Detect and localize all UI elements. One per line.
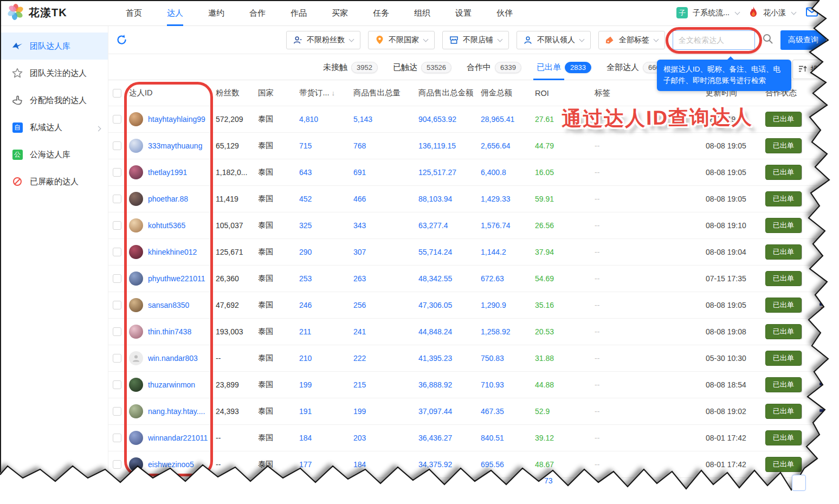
nav-item-partners[interactable]: 伙伴: [496, 0, 513, 26]
select-all-checkbox[interactable]: [113, 89, 121, 98]
sold-qty-cell[interactable]: 466: [352, 195, 417, 203]
sold-qty-cell[interactable]: 222: [352, 354, 417, 363]
sold-qty-cell[interactable]: 256: [352, 301, 417, 309]
influencer-id-link[interactable]: thetlay1991: [148, 168, 187, 177]
sold-amount-cell[interactable]: 125,517.27: [417, 168, 480, 177]
row-checkbox[interactable]: [113, 301, 121, 309]
orders-cell[interactable]: 4,810: [298, 115, 352, 124]
influencer-id-link[interactable]: phoethar.88: [148, 195, 188, 203]
sold-amount-cell[interactable]: 44,848.24: [417, 327, 480, 336]
row-checkbox[interactable]: [113, 221, 121, 230]
commission-cell[interactable]: 1,290.9: [480, 301, 534, 309]
chevron-down-icon[interactable]: [735, 9, 740, 15]
sold-qty-cell[interactable]: 203: [352, 434, 417, 442]
sold-qty-cell[interactable]: 184: [352, 460, 417, 469]
orders-cell[interactable]: 715: [298, 141, 352, 150]
orders-cell[interactable]: 643: [298, 168, 352, 177]
tab-untouched[interactable]: 未接触3952: [323, 54, 378, 80]
orders-cell[interactable]: 290: [298, 248, 352, 256]
sold-qty-cell[interactable]: 199: [352, 407, 417, 416]
sold-qty-cell[interactable]: 215: [352, 380, 417, 389]
commission-cell[interactable]: 467.35: [480, 407, 534, 416]
sold-qty-cell[interactable]: 343: [352, 221, 417, 230]
orders-cell[interactable]: 199: [298, 380, 352, 389]
sold-amount-cell[interactable]: 37,097.44: [417, 407, 480, 416]
sold-amount-cell[interactable]: 47,306.05: [417, 301, 480, 309]
commission-cell[interactable]: 710.93: [480, 380, 534, 389]
nav-item-invite[interactable]: 邀约: [208, 0, 224, 26]
orders-cell[interactable]: 184: [298, 434, 352, 442]
chevron-right-icon[interactable]: [96, 123, 100, 132]
sidebar-item-assigned-to-me[interactable]: 分配给我的达人: [0, 87, 108, 114]
sold-amount-cell[interactable]: 904,653.92: [417, 115, 480, 124]
orders-cell[interactable]: 177: [298, 460, 352, 469]
row-checkbox[interactable]: [113, 434, 121, 442]
nav-item-organization[interactable]: 组织: [414, 0, 430, 26]
row-checkbox[interactable]: [113, 115, 121, 124]
sold-qty-cell[interactable]: 241: [352, 327, 417, 336]
tab-cooperating[interactable]: 合作中6339: [467, 54, 521, 80]
sort-desc-icon[interactable]: ↓: [332, 89, 335, 97]
sold-qty-cell[interactable]: 768: [352, 141, 417, 150]
subsystem-name[interactable]: 子系统流...: [693, 8, 730, 18]
status-badge[interactable]: 已出单: [765, 271, 802, 286]
sold-qty-cell[interactable]: 691: [352, 168, 417, 177]
orders-cell[interactable]: 210: [298, 354, 352, 363]
chevron-down-icon[interactable]: [791, 9, 797, 15]
status-badge[interactable]: 已出单: [765, 112, 802, 127]
row-checkbox[interactable]: [113, 354, 121, 363]
status-badge[interactable]: 已出单: [765, 298, 802, 313]
sidebar-item-team-followed[interactable]: 团队关注的达人: [0, 60, 108, 87]
sold-amount-cell[interactable]: 55,714.24: [417, 248, 480, 256]
nav-item-cooperation[interactable]: 合作: [249, 0, 266, 26]
orders-cell[interactable]: 211: [298, 327, 352, 336]
status-badge[interactable]: 已出单: [765, 218, 802, 233]
nav-item-works[interactable]: 作品: [291, 0, 307, 26]
sidebar-item-blocked[interactable]: 已屏蔽的达人: [0, 168, 108, 195]
influencer-id-link[interactable]: win.nandar803: [148, 354, 198, 363]
row-checkbox[interactable]: [113, 380, 121, 389]
sold-qty-cell[interactable]: 307: [352, 248, 417, 256]
status-badge[interactable]: 已出单: [765, 324, 802, 339]
sidebar-item-team-library[interactable]: 团队达人库: [0, 33, 108, 60]
commission-cell[interactable]: 672.63: [480, 274, 534, 283]
sold-amount-cell[interactable]: 63,277.4: [417, 221, 480, 230]
influencer-id-link[interactable]: khinekhine012: [148, 248, 197, 256]
influencer-id-link[interactable]: nang.htay.htay....: [148, 407, 205, 416]
status-badge[interactable]: 已出单: [765, 351, 802, 366]
commission-cell[interactable]: 1,144.2: [480, 248, 534, 256]
notebook-icon[interactable]: [825, 7, 836, 20]
sold-qty-cell[interactable]: 263: [352, 274, 417, 283]
row-checkbox[interactable]: [113, 274, 121, 283]
orders-cell[interactable]: 325: [298, 221, 352, 230]
sold-amount-cell[interactable]: 36,436.27: [417, 434, 480, 442]
orders-cell[interactable]: 452: [298, 195, 352, 203]
search-icon[interactable]: [763, 34, 773, 46]
row-checkbox[interactable]: [113, 407, 121, 416]
influencer-id-link[interactable]: winnandar221011: [148, 434, 208, 442]
status-badge[interactable]: 已出单: [765, 165, 802, 180]
commission-cell[interactable]: 750.83: [480, 354, 534, 363]
filter-shop-dropdown[interactable]: 不限店铺: [442, 31, 509, 49]
sold-amount-cell[interactable]: 34,375.92: [417, 460, 480, 469]
status-badge[interactable]: 已出单: [765, 404, 802, 419]
influencer-id-link[interactable]: htayhtayhlaing99: [148, 115, 205, 124]
row-checkbox[interactable]: [113, 195, 121, 203]
filter-tags-dropdown[interactable]: 全部标签: [598, 31, 665, 49]
row-checkbox[interactable]: [113, 141, 121, 150]
commission-cell[interactable]: 28,965.41: [480, 115, 534, 124]
search-input[interactable]: [673, 30, 755, 50]
status-badge[interactable]: 已出单: [765, 430, 802, 445]
sold-amount-cell[interactable]: 36,888.92: [417, 380, 480, 389]
nav-item-buyers[interactable]: 买家: [332, 0, 348, 26]
influencer-id-link[interactable]: thuzarwinmon: [148, 380, 195, 389]
sold-qty-cell[interactable]: 5,143: [352, 115, 417, 124]
influencer-id-link[interactable]: 333maythuaung: [148, 141, 202, 150]
user-name[interactable]: 花小漾: [763, 8, 786, 18]
orders-cell[interactable]: 253: [298, 274, 352, 283]
sidebar-item-private-domain[interactable]: 自私域达人: [0, 114, 108, 141]
filter-country-dropdown[interactable]: 不限国家: [368, 31, 435, 49]
commission-cell[interactable]: 2,656.64: [480, 141, 534, 150]
influencer-id-link[interactable]: kohtut5365: [148, 221, 185, 230]
sidebar-item-public-pool[interactable]: 公公海达人库: [0, 141, 108, 168]
